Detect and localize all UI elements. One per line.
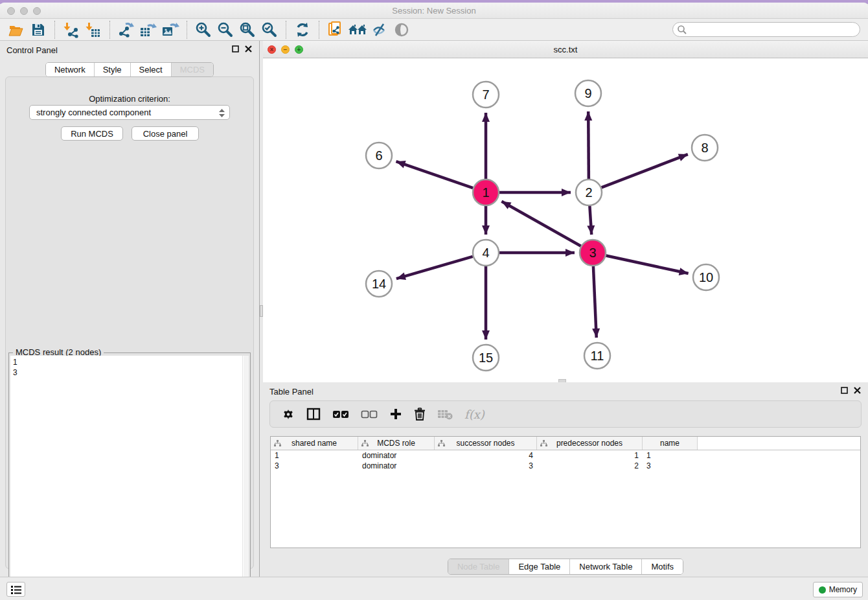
table-cell[interactable]: 1 [537,450,643,461]
zoom-selected-icon[interactable] [258,20,280,40]
table-cell[interactable]: 1 [271,450,358,461]
search-input[interactable] [672,22,860,37]
graph-node-9[interactable]: 9 [575,80,601,106]
svg-text:7: 7 [482,87,489,102]
tab-motifs[interactable]: Motifs [641,559,683,574]
column-header-MCDS-role[interactable]: MCDS role [358,437,435,450]
edge-1-6[interactable] [396,161,473,188]
refresh-icon[interactable] [291,20,314,40]
network-window-title: scc.txt [263,45,868,54]
window-titlebar[interactable]: Session: New Session [0,3,868,19]
run-mcds-button[interactable]: Run MCDS [61,126,123,141]
graph-node-15[interactable]: 15 [473,345,499,371]
export-table-icon[interactable] [137,20,159,40]
edge-2-8[interactable] [602,154,688,187]
edge-3-11[interactable] [593,266,597,338]
table-cell[interactable]: dominator [358,450,435,461]
edge-3-10[interactable] [606,255,689,273]
add-column-icon[interactable] [389,408,402,421]
tab-style[interactable]: Style [94,63,130,76]
import-table-icon[interactable] [82,20,104,40]
export-image-icon[interactable] [159,20,181,40]
tab-node-table[interactable]: Node Table [448,559,509,574]
table-cell[interactable]: dominator [358,461,435,471]
zoom-fit-icon[interactable] [236,20,258,40]
graph-node-8[interactable]: 8 [692,135,718,161]
edge-2-3[interactable] [589,206,591,235]
node-table[interactable]: shared nameMCDS rolesuccessor nodesprede… [270,436,861,548]
graph-node-7[interactable]: 7 [473,82,499,108]
table-cell[interactable]: 3 [271,461,358,471]
table-row[interactable]: 1dominator411 [271,450,860,461]
table-cell[interactable]: 1 [643,450,698,461]
split-columns-icon[interactable] [306,408,321,421]
task-history-button[interactable] [6,582,25,597]
svg-text:4: 4 [482,246,489,260]
homes-icon[interactable] [347,20,369,40]
gear-icon[interactable] [282,408,295,421]
tab-network-table[interactable]: Network Table [569,559,641,574]
table-row[interactable]: 3dominator323 [271,461,860,471]
edge-4-14[interactable] [396,257,473,279]
graph-node-10[interactable]: 10 [693,264,719,290]
select-all-icon[interactable] [332,410,349,419]
save-session-icon[interactable] [27,20,49,40]
svg-text:2: 2 [585,185,592,200]
table-cell[interactable]: 4 [435,450,537,461]
close-panel-icon[interactable] [245,45,253,53]
svg-text:1: 1 [482,185,489,200]
graph-node-11[interactable]: 11 [584,343,610,369]
hide-panel-icon[interactable] [369,20,391,40]
tab-edge-table[interactable]: Edge Table [508,559,569,574]
status-bar: Memory [0,577,868,600]
memory-button[interactable]: Memory [813,582,863,597]
network-canvas[interactable]: 7968124314101511 [263,58,868,382]
eye-icon[interactable] [391,20,413,40]
table-cell[interactable]: 2 [537,461,643,471]
table-toolbar: f(x) [269,400,862,428]
duplicate-network-icon[interactable] [325,20,347,40]
delete-icon[interactable] [414,408,426,421]
graph-node-14[interactable]: 14 [366,271,392,297]
tab-select[interactable]: Select [130,63,171,76]
result-scrollbar[interactable] [242,356,249,595]
table-cell[interactable]: 3 [643,461,698,471]
open-file-icon[interactable] [5,20,27,40]
column-header-name[interactable]: name [643,437,698,450]
zoom-in-icon[interactable] [192,20,214,40]
sort-tree-icon [540,440,547,447]
export-network-icon[interactable] [115,20,137,40]
column-header-shared-name[interactable]: shared name [271,437,358,450]
mcds-result-text[interactable]: 1 3 [10,356,242,595]
graph-node-2[interactable]: 2 [576,179,602,205]
float-panel-icon[interactable] [841,387,849,395]
close-panel-icon[interactable] [854,387,862,395]
tab-mcds[interactable]: MCDS [171,63,213,76]
deselect-all-icon[interactable] [361,410,378,419]
svg-text:9: 9 [584,86,591,100]
edge-2-9[interactable] [588,111,589,179]
table-cell[interactable]: 3 [435,461,537,471]
svg-text:8: 8 [701,141,708,155]
column-header-predecessor-nodes[interactable]: predecessor nodes [537,437,643,450]
graph-node-4[interactable]: 4 [473,240,499,266]
zoom-out-icon[interactable] [214,20,236,40]
network-graph[interactable]: 7968124314101511 [263,58,868,382]
graph-node-6[interactable]: 6 [366,143,392,168]
network-window-titlebar[interactable]: × − + scc.txt [263,41,868,58]
window-title: Session: New Session [0,6,868,16]
delete-table-icon[interactable] [437,408,453,420]
graph-node-3[interactable]: 3 [580,240,606,266]
tab-network[interactable]: Network [46,63,94,76]
svg-text:15: 15 [479,351,493,365]
node-table-header: shared nameMCDS rolesuccessor nodesprede… [271,437,860,450]
graph-node-1[interactable]: 1 [473,179,499,205]
close-panel-button[interactable]: Close panel [131,126,199,141]
edge-3-1[interactable] [501,202,580,246]
function-builder-icon[interactable]: f(x) [464,408,485,421]
float-panel-icon[interactable] [232,45,240,53]
column-header-successor-nodes[interactable]: successor nodes [435,437,537,450]
search-box [672,22,860,37]
import-network-icon[interactable] [60,20,82,40]
criterion-dropdown[interactable]: strongly connected component [29,105,230,120]
